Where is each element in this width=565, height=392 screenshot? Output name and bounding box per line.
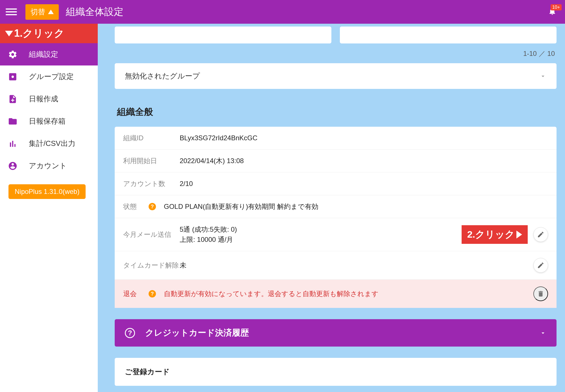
app-header: 切替 組織全体設定 10+ xyxy=(0,0,565,24)
sidebar-item-label: グループ設定 xyxy=(29,72,74,82)
row-mail: 今月メール送信 5通 (成功:5失敗: 0) 上限: 10000 通/月 2.ク… xyxy=(115,218,557,251)
disabled-groups-collapse[interactable]: 無効化されたグループ xyxy=(115,63,557,89)
credit-history-title: クレジットカード決済履歴 xyxy=(145,327,529,339)
collapse-label: 無効化されたグループ xyxy=(125,71,200,81)
row-timecard: タイムカード解除 未 xyxy=(115,251,557,280)
top-cards-row xyxy=(115,27,557,43)
row-org-id: 組織ID BLyx3SG72rId24BnKcGC xyxy=(115,127,557,150)
annotation-step2: 2.クリック xyxy=(462,225,528,244)
gear-icon xyxy=(8,50,18,59)
triangle-up-icon xyxy=(48,10,54,14)
sidebar-item-label: 組織設定 xyxy=(29,49,58,59)
triangle-right-icon xyxy=(516,231,522,238)
sidebar-item-account[interactable]: アカウント xyxy=(0,155,98,177)
sidebar-item-label: 日報保存箱 xyxy=(29,116,66,126)
chevron-down-icon xyxy=(540,330,546,336)
pencil-icon xyxy=(537,262,544,269)
sidebar-item-report-box[interactable]: 日報保存箱 xyxy=(0,110,98,132)
pagination-text: 1-10 ／ 10 xyxy=(115,46,557,63)
sidebar-item-label: アカウント xyxy=(29,161,67,171)
edit-timecard-button[interactable] xyxy=(533,258,548,273)
sidebar-item-csv[interactable]: 集計/CSV出力 xyxy=(0,132,98,155)
mail-values: 5通 (成功:5失敗: 0) 上限: 10000 通/月 xyxy=(180,225,237,244)
page-title: 組織全体設定 xyxy=(66,5,123,18)
edit-mail-button[interactable] xyxy=(533,227,548,242)
credit-history-collapse[interactable]: ? クレジットカード決済履歴 xyxy=(115,319,557,347)
help-icon[interactable]: ? xyxy=(149,290,156,297)
sidebar-item-group-settings[interactable]: グループ設定 xyxy=(0,65,98,88)
sidebar-item-label: 日報作成 xyxy=(29,94,58,104)
user-icon xyxy=(8,161,18,171)
sidebar: 1.クリック 組織設定 グループ設定 日報作成 日報保存箱 集計/CSV出力 ア… xyxy=(0,24,98,392)
org-general-panel: 組織ID BLyx3SG72rId24BnKcGC 利用開始日 2022/04/… xyxy=(115,127,557,308)
row-leave: 退会 ? 自動更新が有効になっています。退会すると自動更新も解除されます xyxy=(115,280,557,308)
triangle-down-icon xyxy=(5,31,13,36)
switch-button-label: 切替 xyxy=(31,7,45,17)
sidebar-item-label: 集計/CSV出力 xyxy=(29,139,75,148)
row-status: 状態 ? GOLD PLAN(自動更新有り)有効期間 解約まで有効 xyxy=(115,195,557,218)
notification-area[interactable]: 10+ xyxy=(548,7,557,17)
registered-card-panel: ご登録カード xyxy=(115,358,557,386)
notification-badge: 10+ xyxy=(551,4,562,10)
registered-card-label: ご登録カード xyxy=(125,367,170,376)
sidebar-item-org-settings[interactable]: 組織設定 xyxy=(0,43,98,65)
version-chip: NipoPlus 1.31.0(web) xyxy=(8,184,86,199)
main-content: 1-10 ／ 10 無効化されたグループ 組織全般 組織ID BLyx3SG72… xyxy=(98,24,565,392)
switch-button[interactable]: 切替 xyxy=(25,4,59,20)
row-start-date: 利用開始日 2022/04/14(木) 13:08 xyxy=(115,150,557,172)
help-circle-icon: ? xyxy=(125,328,135,338)
section-title-general: 組織全般 xyxy=(117,106,557,118)
help-icon[interactable]: ? xyxy=(149,203,156,210)
sidebar-item-report-create[interactable]: 日報作成 xyxy=(0,88,98,110)
trash-icon xyxy=(537,290,544,297)
row-account-count: アカウント数 2/10 xyxy=(115,172,557,195)
leave-delete-button[interactable] xyxy=(533,286,548,301)
file-plus-icon xyxy=(8,94,18,104)
top-card-left xyxy=(115,27,331,43)
hamburger-menu-icon[interactable] xyxy=(6,6,17,17)
pencil-icon xyxy=(537,231,544,238)
top-card-right xyxy=(340,27,557,43)
annotation-step1: 1.クリック xyxy=(0,24,98,43)
folder-icon xyxy=(8,117,18,126)
chevron-down-icon xyxy=(540,73,546,80)
bar-chart-icon xyxy=(8,139,18,148)
gear-box-icon xyxy=(8,72,18,82)
